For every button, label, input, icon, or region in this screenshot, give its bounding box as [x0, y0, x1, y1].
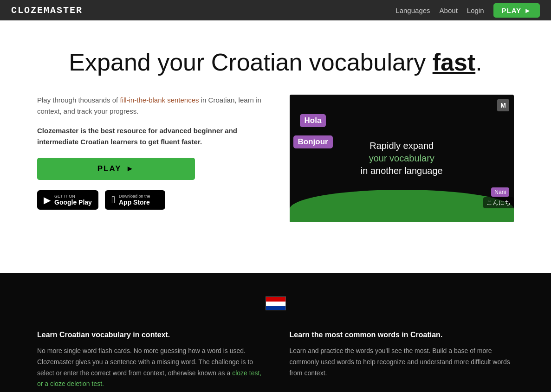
video-overlay: Hola Bonjour Nani こんにち M Rapidly expand …: [290, 95, 514, 222]
apple-icon: : [111, 194, 115, 206]
video-line1: Rapidly expand: [361, 141, 443, 151]
app-store-badge[interactable]:  Download on the App Store: [105, 190, 165, 210]
arrow-right-icon: ►: [524, 6, 532, 14]
bubble-nani: Nani: [491, 187, 509, 197]
store-badges: ▶ GET IT ON Google Play  Download on th…: [37, 190, 262, 210]
flag-white-stripe: [266, 302, 285, 306]
nav-play-button[interactable]: PLAY ►: [493, 3, 540, 18]
bubble-hola: Hola: [300, 114, 326, 127]
spacer: [0, 245, 551, 273]
video-line2: your vocabulary: [361, 153, 443, 164]
footer-col-1: Learn Croatian vocabulary in context. No…: [37, 331, 262, 390]
hero-video[interactable]: Hola Bonjour Nani こんにち M Rapidly expand …: [290, 95, 514, 222]
google-play-small-text: GET IT ON: [54, 194, 92, 199]
hero-title: Expand your Croatian vocabulary fast.: [37, 48, 514, 76]
google-play-badge[interactable]: ▶ GET IT ON Google Play: [37, 190, 98, 210]
nav-links: Languages About Login PLAY ►: [395, 3, 540, 18]
footer-col1-title: Learn Croatian vocabulary in context.: [37, 331, 262, 339]
nav-languages[interactable]: Languages: [395, 6, 430, 14]
hero-body: Play through thousands of fill-in-the-bl…: [37, 95, 514, 222]
video-m-icon: M: [497, 99, 509, 111]
hero-bold-text: Clozemaster is the best resource for adv…: [37, 125, 262, 148]
bubble-japanese: こんにち: [483, 197, 514, 208]
flag-blue-stripe: [266, 306, 285, 310]
google-play-icon: ▶: [44, 194, 51, 206]
google-play-big-text: Google Play: [54, 199, 92, 206]
play-arrow-icon: ►: [126, 164, 135, 174]
fill-in-blank-link[interactable]: fill-in-the-blank sentences: [120, 96, 199, 104]
footer-col1-text: No more single word flash cards. No more…: [37, 346, 262, 390]
footer-col-2: Learn the most common words in Croatian.…: [290, 331, 514, 390]
footer-col2-title: Learn the most common words in Croatian.: [290, 331, 514, 339]
bubble-bonjour: Bonjour: [293, 135, 333, 148]
nav-about[interactable]: About: [440, 6, 458, 14]
app-store-small-text: Download on the: [119, 194, 150, 199]
hero-description: Play through thousands of fill-in-the-bl…: [37, 95, 262, 117]
croatian-flag: [266, 296, 286, 310]
footer-col2-text: Learn and practice the words you'll see …: [290, 346, 514, 379]
hero-section: Expand your Croatian vocabulary fast. Pl…: [0, 20, 551, 245]
hero-play-button[interactable]: PLAY ►: [37, 158, 195, 180]
logo: CLOZEMASTER: [11, 5, 83, 16]
footer-columns: Learn Croatian vocabulary in context. No…: [37, 331, 514, 390]
video-line3: in another language: [361, 166, 443, 176]
hero-left: Play through thousands of fill-in-the-bl…: [37, 95, 262, 210]
app-store-big-text: App Store: [119, 199, 150, 206]
flag-red-stripe: [266, 297, 285, 302]
footer-flag: [37, 296, 514, 312]
nav-login[interactable]: Login: [467, 6, 484, 14]
video-text: Rapidly expand your vocabulary in anothe…: [361, 141, 443, 176]
footer-section: Learn Croatian vocabulary in context. No…: [0, 273, 551, 392]
